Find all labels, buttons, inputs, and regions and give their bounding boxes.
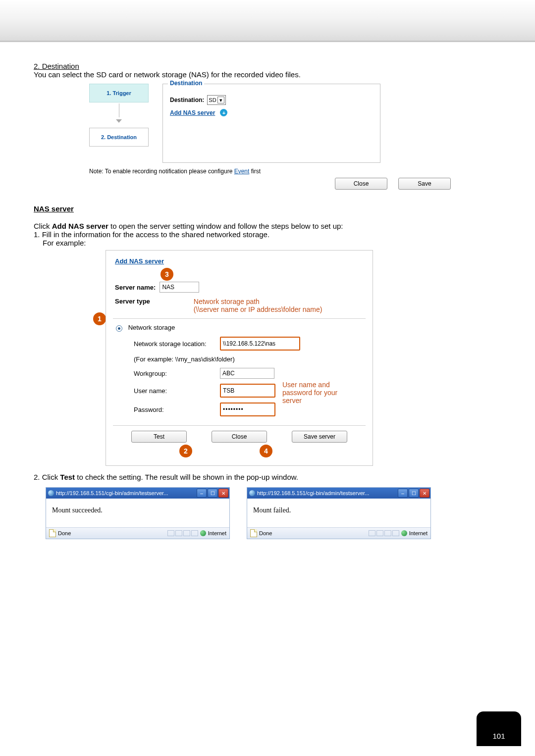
ie-icon bbox=[249, 490, 255, 496]
workgroup-label: Workgroup: bbox=[134, 370, 213, 377]
callout-badge-1: 1 bbox=[93, 312, 106, 325]
add-icon[interactable]: + bbox=[220, 109, 227, 116]
callout-badge-3: 3 bbox=[160, 268, 173, 281]
step-connector-line bbox=[119, 103, 119, 117]
minimize-icon[interactable]: – bbox=[398, 489, 408, 498]
popup-fail: http://192.168.5.151/cgi-bin/admin/tests… bbox=[247, 487, 431, 539]
popup-message: Mount failed. bbox=[247, 499, 430, 527]
password-label: Password: bbox=[134, 406, 213, 413]
internet-zone-icon bbox=[200, 530, 206, 536]
destination-label: Destination: bbox=[170, 97, 204, 103]
section-heading: 2. Destination bbox=[34, 62, 501, 70]
network-storage-radio[interactable] bbox=[116, 325, 122, 332]
add-nas-link[interactable]: Add NAS server bbox=[170, 109, 215, 116]
fieldset-legend: Destination bbox=[168, 80, 204, 87]
popup-url: http://192.168.5.151/cgi-bin/admin/tests… bbox=[56, 490, 168, 496]
dialog-close-button[interactable]: Close bbox=[212, 431, 267, 443]
storage-location-label: Network storage location: bbox=[134, 340, 213, 348]
test-instruction: 2. Click Test to check the setting. The … bbox=[34, 473, 501, 481]
section-desc: You can select the SD card or network st… bbox=[34, 70, 501, 79]
anno-path-1: Network storage path bbox=[194, 298, 322, 305]
page-header-band bbox=[0, 0, 535, 42]
dropdown-caret-icon: ▾ bbox=[217, 97, 224, 103]
anno-cred-2: password for your bbox=[282, 389, 337, 397]
anno-cred-3: server bbox=[282, 397, 337, 404]
maximize-icon[interactable]: ☐ bbox=[409, 489, 419, 498]
page-icon bbox=[49, 529, 56, 537]
password-input[interactable]: •••••••• bbox=[220, 403, 275, 416]
recording-note: Note: To enable recording notification p… bbox=[89, 168, 454, 175]
server-name-input[interactable]: NAS bbox=[160, 282, 199, 293]
nas-intro-2: 1. Fill in the information for the acces… bbox=[34, 230, 501, 239]
step-trigger-box[interactable]: 1. Trigger bbox=[89, 84, 149, 102]
popup-message: Mount succeeded. bbox=[46, 499, 229, 527]
popup-titlebar[interactable]: http://192.168.5.151/cgi-bin/admin/tests… bbox=[247, 488, 430, 499]
chevron-down-icon bbox=[116, 119, 122, 123]
destination-select[interactable]: SD ▾ bbox=[207, 95, 225, 105]
event-link[interactable]: Event bbox=[234, 168, 250, 175]
popup-statusbar: Done Internet bbox=[46, 527, 229, 539]
storage-location-input[interactable]: \\192.168.5.122\nas bbox=[220, 337, 300, 351]
test-button[interactable]: Test bbox=[131, 431, 187, 443]
close-icon[interactable]: ✕ bbox=[218, 489, 228, 498]
nas-intro-3: For example: bbox=[43, 239, 501, 247]
destination-fieldset: Destination Destination: SD ▾ Add NAS se… bbox=[162, 84, 380, 163]
callout-badge-4: 4 bbox=[260, 445, 272, 457]
page-number: 101 bbox=[477, 711, 521, 746]
popup-url: http://192.168.5.151/cgi-bin/admin/tests… bbox=[257, 490, 369, 496]
nas-intro-1: Click Add NAS server to open the server … bbox=[34, 222, 501, 230]
page-icon bbox=[250, 529, 257, 537]
server-type-label: Server type bbox=[115, 298, 150, 305]
save-button[interactable]: Save bbox=[398, 178, 451, 190]
popup-titlebar[interactable]: http://192.168.5.151/cgi-bin/admin/tests… bbox=[46, 488, 229, 499]
dialog-title-link[interactable]: Add NAS server bbox=[115, 257, 164, 265]
close-button[interactable]: Close bbox=[335, 178, 387, 190]
username-label: User name: bbox=[134, 387, 213, 395]
workgroup-input[interactable]: ABC bbox=[220, 368, 274, 379]
nas-server-heading: NAS server bbox=[34, 204, 501, 213]
destination-select-value: SD bbox=[209, 97, 216, 103]
username-input[interactable]: TSB bbox=[220, 384, 275, 398]
save-server-button[interactable]: Save server bbox=[292, 431, 347, 443]
internet-zone-icon bbox=[401, 530, 407, 536]
network-storage-radio-label: Network storage bbox=[128, 324, 175, 331]
server-name-label: Server name: bbox=[115, 284, 156, 291]
step-destination-box[interactable]: 2. Destination bbox=[89, 128, 149, 147]
fig-nas-dialog: Add NAS server 3 Server name: NAS Server… bbox=[106, 250, 373, 466]
anno-cred-1: User name and bbox=[282, 381, 337, 389]
ie-icon bbox=[48, 490, 54, 496]
fig-destination-panel: 1. Trigger 2. Destination Destination De… bbox=[87, 84, 454, 190]
maximize-icon[interactable]: ☐ bbox=[208, 489, 217, 498]
minimize-icon[interactable]: – bbox=[197, 489, 207, 498]
popup-success: http://192.168.5.151/cgi-bin/admin/tests… bbox=[46, 487, 230, 539]
close-icon[interactable]: ✕ bbox=[420, 489, 429, 498]
anno-path-2: (\\server name or IP address\folder name… bbox=[194, 305, 322, 313]
popup-statusbar: Done Internet bbox=[247, 527, 430, 539]
storage-location-example: (For example: \\my_nas\disk\folder) bbox=[134, 355, 235, 363]
callout-badge-2: 2 bbox=[179, 445, 192, 457]
